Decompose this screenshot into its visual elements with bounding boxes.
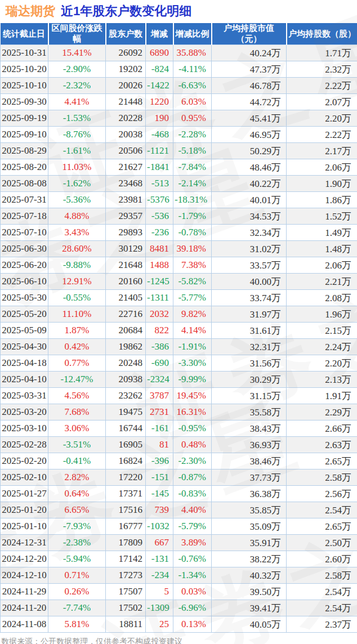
cell-avg-shares: 1.52万 xyxy=(287,208,357,225)
cell-holder-change: 6890 xyxy=(146,45,173,61)
cell-holder-count: 29893 xyxy=(106,225,146,241)
cell-avg-market-value: 40.24万 xyxy=(212,45,287,61)
cell-stat-date: 2025-07-10 xyxy=(1,225,48,241)
cell-price-change-pct: -2.38% xyxy=(48,535,106,551)
cell-avg-shares: 2.54万 xyxy=(287,584,357,600)
table-row: 2025-04-180.77%20248-690-3.30%31.56万2.20… xyxy=(1,355,357,372)
cell-avg-market-value: 31.61万 xyxy=(212,323,287,339)
table-row: 2025-02-28-3.51%16905810.48%36.93万2.63万 xyxy=(1,437,357,453)
cell-avg-shares: 2.17万 xyxy=(287,143,357,159)
cell-stat-date: 2025-05-30 xyxy=(1,290,48,306)
cell-avg-market-value: 47.37万 xyxy=(212,61,287,78)
cell-price-change-pct: 5.81% xyxy=(48,616,106,633)
header-stat-date: 统计截止日 xyxy=(1,23,48,45)
cell-holder-count: 20506 xyxy=(106,143,146,159)
cell-holder-change-pct: -0.83% xyxy=(173,486,212,502)
page-title-text: 近1年股东户数变化明细 xyxy=(61,4,191,18)
cell-avg-shares: 2.20万 xyxy=(287,355,357,372)
cell-holder-count: 20038 xyxy=(106,127,146,143)
cell-holder-change: -1841 xyxy=(146,159,173,176)
cell-price-change-pct: 0.77% xyxy=(48,355,106,372)
cell-stat-date: 2025-06-10 xyxy=(1,274,48,290)
cell-holder-count: 26092 xyxy=(106,45,146,61)
table-row: 2025-04-300.42%19862-386-1.91%32.31万2.24… xyxy=(1,339,357,355)
cell-holder-count: 21648 xyxy=(106,257,146,274)
cell-price-change-pct: 15.41% xyxy=(48,45,106,61)
cell-holder-count: 17502 xyxy=(106,600,146,616)
cell-holder-count: 29357 xyxy=(106,208,146,225)
table-row: 2025-10-20-2.90%19202-824-4.11%47.37万2.3… xyxy=(1,61,357,78)
cell-holder-change-pct: -0.87% xyxy=(173,469,212,486)
cell-stat-date: 2025-01-27 xyxy=(1,486,48,502)
cell-stat-date: 2025-05-20 xyxy=(1,306,48,323)
cell-avg-market-value: 34.53万 xyxy=(212,208,287,225)
table-row: 2025-06-3028.60%30129848139.18%31.02万1.4… xyxy=(1,241,357,257)
cell-stat-date: 2025-01-10 xyxy=(1,518,48,535)
cell-holder-change: 667 xyxy=(146,535,173,551)
cell-holder-count: 21405 xyxy=(106,290,146,306)
cell-holder-change: 1488 xyxy=(146,257,173,274)
cell-avg-market-value: 46.95万 xyxy=(212,127,287,143)
cell-avg-market-value: 44.72万 xyxy=(212,94,287,110)
cell-price-change-pct: -7.93% xyxy=(48,518,106,535)
cell-price-change-pct: 28.60% xyxy=(48,241,106,257)
cell-holder-change: 2032 xyxy=(146,306,173,323)
table-row: 2025-02-20-0.41%16824-396-2.30%38.46万2.6… xyxy=(1,453,357,469)
cell-holder-change: 822 xyxy=(146,323,173,339)
cell-holder-change-pct: -18.31% xyxy=(173,192,212,208)
cell-holder-change-pct: -0.95% xyxy=(173,421,212,437)
cell-holder-change: -2324 xyxy=(146,372,173,388)
cell-holder-change: -824 xyxy=(146,61,173,78)
cell-avg-shares: 2.15万 xyxy=(287,323,357,339)
cell-stat-date: 2025-03-31 xyxy=(1,388,48,404)
header-avg-shares: 户均持股数（股） xyxy=(287,23,357,45)
cell-holder-change-pct: -0.78% xyxy=(173,225,212,241)
cell-avg-market-value: 36.93万 xyxy=(212,437,287,453)
cell-avg-shares: 2.56万 xyxy=(287,486,357,502)
cell-stat-date: 2024-11-29 xyxy=(1,584,48,600)
cell-holder-change-pct: 35.88% xyxy=(173,45,212,61)
cell-holder-count: 23468 xyxy=(106,176,146,192)
table-row: 2025-05-30-0.55%21405-1311-5.77%33.74万2.… xyxy=(1,290,357,306)
cell-holder-change: -145 xyxy=(146,486,173,502)
cell-price-change-pct: 4.56% xyxy=(48,388,106,404)
cell-price-change-pct: 4.88% xyxy=(48,208,106,225)
table-row: 2025-07-103.43%29893-236-0.78%32.34万1.49… xyxy=(1,225,357,241)
cell-holder-change: 5 xyxy=(146,584,173,600)
cell-holder-change: -1422 xyxy=(146,78,173,94)
cell-holder-count: 20938 xyxy=(106,372,146,388)
cell-holder-count: 16777 xyxy=(106,518,146,535)
table-row: 2025-09-10-8.76%20038-468-2.28%46.95万2.2… xyxy=(1,127,357,143)
cell-holder-change-pct: -6.63% xyxy=(173,78,212,94)
cell-stat-date: 2025-03-10 xyxy=(1,421,48,437)
cell-holder-change: -161 xyxy=(146,421,173,437)
cell-stat-date: 2024-11-08 xyxy=(1,616,48,633)
cell-holder-count: 19475 xyxy=(106,404,146,421)
cell-stat-date: 2025-08-08 xyxy=(1,176,48,192)
cell-price-change-pct: -5.36% xyxy=(48,192,106,208)
cell-avg-market-value: 31.56万 xyxy=(212,355,287,372)
cell-holder-count: 20026 xyxy=(106,78,146,94)
table-row: 2024-11-20-7.74%17502-1309-6.96%39.41万2.… xyxy=(1,600,357,616)
cell-stat-date: 2025-06-20 xyxy=(1,257,48,274)
cell-avg-shares: 2.13万 xyxy=(287,372,357,388)
cell-holder-count: 20248 xyxy=(106,355,146,372)
cell-avg-shares: 1.91万 xyxy=(287,388,357,404)
cell-stat-date: 2025-09-10 xyxy=(1,127,48,143)
cell-holder-change: 25 xyxy=(146,616,173,633)
cell-avg-shares: 2.54万 xyxy=(287,600,357,616)
table-row: 2025-10-3115.41%26092689035.88%40.24万1.7… xyxy=(1,45,357,61)
cell-stat-date: 2025-06-30 xyxy=(1,241,48,257)
cell-holder-count: 16824 xyxy=(106,453,146,469)
cell-price-change-pct: -2.90% xyxy=(48,61,106,78)
cell-avg-shares: 2.06万 xyxy=(287,159,357,176)
cell-holder-change: -151 xyxy=(146,469,173,486)
table-row: 2025-06-1012.91%20160-1245-5.82%40.00万2.… xyxy=(1,274,357,290)
cell-avg-shares: 1.90万 xyxy=(287,176,357,192)
table-row: 2025-05-2011.10%2271620329.82%31.97万1.96… xyxy=(1,306,357,323)
cell-stat-date: 2025-03-20 xyxy=(1,404,48,421)
table-body: 2025-10-3115.41%26092689035.88%40.24万1.7… xyxy=(1,45,357,633)
cell-stat-date: 2025-04-10 xyxy=(1,372,48,388)
cell-holder-count: 17220 xyxy=(106,469,146,486)
cell-price-change-pct: 1.87% xyxy=(48,323,106,339)
